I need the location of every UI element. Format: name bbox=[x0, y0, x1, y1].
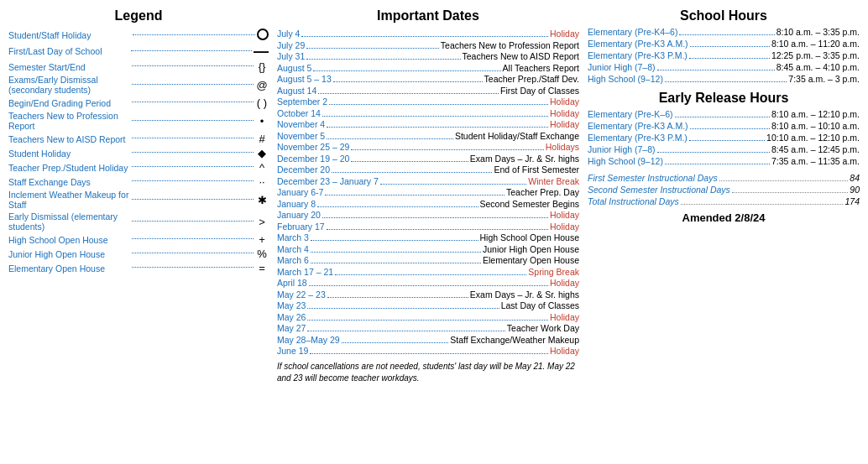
early-release-dots bbox=[665, 164, 770, 164]
date-dots bbox=[351, 149, 543, 150]
legend-item-symbol: > bbox=[255, 216, 269, 228]
date-left: January 20 bbox=[277, 210, 321, 220]
hours-value: 12:25 p.m. – 3:35 p.m. bbox=[771, 50, 860, 60]
date-left: May 26 bbox=[277, 312, 306, 322]
date-dots bbox=[317, 206, 478, 207]
legend-item-label: Exams/Early Dismissal (secondary student… bbox=[8, 75, 130, 95]
date-dots bbox=[322, 217, 548, 218]
date-item: January 8Second Semester Begins bbox=[277, 199, 579, 209]
early-release-label: Junior High (7–8) bbox=[588, 144, 656, 154]
legend-item-label: Semester Start/End bbox=[8, 62, 130, 72]
hours-section: School Hours Elementary (Pre-K4–6)8:10 a… bbox=[588, 8, 860, 456]
legend-item-label: Staff Exchange Days bbox=[8, 177, 130, 187]
instructional-days-item: First Semester Instructional Days84 bbox=[588, 173, 860, 183]
date-dots bbox=[307, 308, 499, 309]
date-right: Student Holiday/Staff Exchange bbox=[455, 131, 579, 141]
legend-item-label: High School Open House bbox=[8, 235, 130, 245]
date-dots bbox=[318, 93, 499, 94]
legend-item-label: Student Holiday bbox=[8, 149, 130, 159]
legend-item-dots bbox=[132, 267, 254, 268]
date-left: May 28–May 29 bbox=[277, 335, 340, 345]
legend-item-label: Junior High Open House bbox=[8, 249, 130, 259]
date-right: Teacher Prep./Staff Dev. bbox=[484, 74, 579, 84]
early-release-item: Elementary (Pre-K–6)8:10 a.m. – 12:10 p.… bbox=[588, 109, 860, 119]
date-dots bbox=[329, 104, 548, 105]
instructional-days-value: 90 bbox=[850, 185, 860, 195]
date-left: July 29 bbox=[277, 40, 305, 50]
early-release-value: 8:45 a.m. – 12:45 p.m. bbox=[771, 144, 860, 154]
date-right: Teacher Work Day bbox=[507, 323, 579, 333]
amended-text: Amended 2/8/24 bbox=[588, 211, 860, 224]
date-dots bbox=[351, 161, 468, 162]
legend-item-symbol: ·· bbox=[255, 175, 269, 188]
early-release-dots bbox=[675, 117, 770, 117]
date-dots bbox=[311, 252, 481, 253]
legend-item-symbol: ( ) bbox=[255, 96, 269, 109]
date-left: January 8 bbox=[277, 199, 316, 209]
legend-title: Legend bbox=[8, 8, 269, 23]
date-left: December 19 – 20 bbox=[277, 154, 349, 164]
date-item: May 26Holiday bbox=[277, 312, 579, 322]
date-right: Teachers New to AISD Report bbox=[463, 51, 579, 61]
date-right: All Teachers Report bbox=[503, 63, 579, 73]
date-right: Second Semester Begins bbox=[480, 199, 579, 209]
early-release-item: Elementary (Pre-K3 P.M.)10:10 a.m. – 12:… bbox=[588, 133, 860, 143]
legend-item-label: First/Last Day of School bbox=[8, 46, 129, 56]
legend-item-dots bbox=[131, 50, 252, 51]
date-right: Staff Exchange/Weather Makeup bbox=[450, 335, 579, 345]
date-left: June 19 bbox=[277, 346, 308, 356]
hours-label: Elementary (Pre-K4–6) bbox=[588, 27, 677, 37]
date-item: March 3High School Open House bbox=[277, 232, 579, 242]
hours-dots bbox=[679, 34, 774, 35]
dates-title: Important Dates bbox=[277, 8, 579, 23]
legend-item: Teachers New to Profession Report• bbox=[8, 111, 269, 131]
date-left: August 14 bbox=[277, 86, 316, 96]
date-dots bbox=[327, 297, 468, 298]
date-dots bbox=[342, 342, 449, 343]
date-left: October 14 bbox=[277, 108, 321, 118]
date-right: Holiday bbox=[550, 222, 579, 232]
legend-item-symbol: % bbox=[255, 248, 269, 260]
legend-item-symbol: # bbox=[255, 133, 269, 145]
dates-note: If school cancellations are not needed, … bbox=[277, 361, 579, 384]
legend-item-dots bbox=[132, 180, 254, 181]
legend-item: First/Last Day of School— bbox=[8, 44, 269, 59]
date-left: December 23 – January 7 bbox=[277, 176, 379, 186]
date-left: November 5 bbox=[277, 131, 325, 141]
date-right: Holiday bbox=[550, 29, 579, 39]
hours-label: High School (9–12) bbox=[588, 74, 663, 84]
date-dots bbox=[380, 184, 526, 185]
legend-item: Teachers New to AISD Report# bbox=[8, 133, 269, 145]
legend-item: Begin/End Grading Period( ) bbox=[8, 96, 269, 109]
legend-item-label: Early Dismissal (elementary students) bbox=[8, 211, 130, 232]
date-item: December 20End of First Semester bbox=[277, 164, 579, 175]
legend-item: Exams/Early Dismissal (secondary student… bbox=[8, 75, 269, 95]
date-right: High School Open House bbox=[480, 232, 580, 242]
date-item: March 17 – 21Spring Break bbox=[277, 267, 579, 277]
early-release-item: High School (9–12)7:35 a.m. – 11:35 a.m. bbox=[588, 156, 860, 166]
hours-value: 8:45 a.m. – 4:10 p.m. bbox=[776, 62, 860, 72]
legend-item-dots bbox=[133, 34, 255, 35]
instructional-days-dots bbox=[681, 204, 844, 205]
date-left: February 17 bbox=[277, 222, 325, 232]
date-right: End of First Semester bbox=[494, 164, 579, 175]
date-left: August 5 bbox=[277, 63, 311, 73]
hours-dots bbox=[665, 81, 787, 82]
date-right: Exam Days – Jr. & Sr. highs bbox=[470, 154, 579, 164]
hours-label: Elementary (Pre-K3 P.M.) bbox=[588, 50, 688, 60]
legend-item-dots bbox=[132, 65, 254, 66]
date-dots bbox=[311, 263, 481, 263]
early-release-value: 7:35 a.m. – 11:35 a.m. bbox=[771, 156, 860, 166]
school-hours-item: Elementary (Pre-K4–6)8:10 a.m. – 3:35 p.… bbox=[588, 27, 860, 37]
date-dots bbox=[306, 59, 460, 60]
date-item: March 6Elementary Open House bbox=[277, 255, 579, 265]
early-release-title: Early Release Hours bbox=[588, 91, 860, 106]
date-right: Spring Break bbox=[528, 267, 579, 277]
legend-item-symbol: — bbox=[254, 44, 269, 59]
date-left: December 20 bbox=[277, 164, 330, 175]
legend-item: High School Open House+ bbox=[8, 233, 269, 246]
date-dots bbox=[313, 70, 500, 71]
date-right: Holiday bbox=[550, 312, 579, 322]
instructional-days-dots bbox=[732, 192, 848, 193]
date-item: December 23 – January 7Winter Break bbox=[277, 176, 579, 186]
